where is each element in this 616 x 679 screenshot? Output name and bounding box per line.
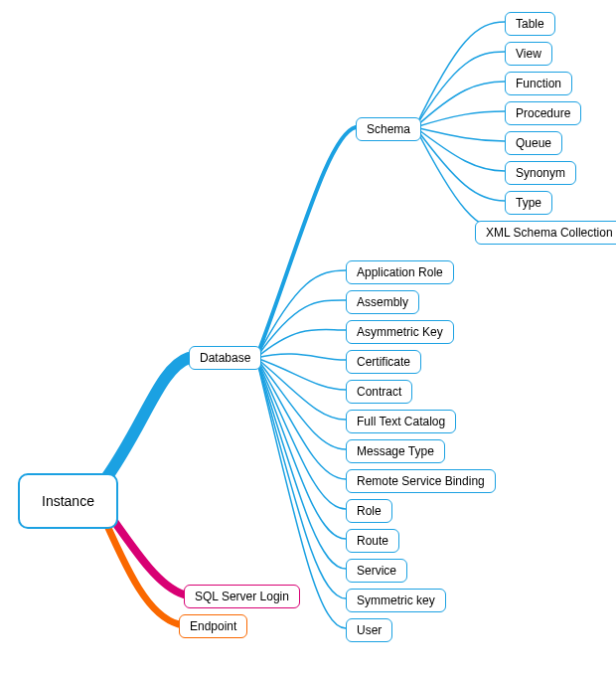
- node-label: Asymmetric Key: [357, 325, 443, 339]
- node-synonym[interactable]: Synonym: [505, 161, 576, 185]
- node-label: Symmetric key: [357, 594, 435, 607]
- node-contract[interactable]: Contract: [346, 380, 412, 404]
- node-table[interactable]: Table: [505, 12, 555, 36]
- node-role[interactable]: Role: [346, 499, 392, 523]
- node-endpoint[interactable]: Endpoint: [179, 614, 247, 638]
- node-xml-schema-collection[interactable]: XML Schema Collection: [475, 221, 616, 245]
- node-label: Procedure: [516, 106, 570, 120]
- node-symmetric-key[interactable]: Symmetric key: [346, 589, 446, 612]
- node-label: Instance: [42, 493, 94, 509]
- node-label: Type: [516, 196, 541, 210]
- node-view[interactable]: View: [505, 42, 552, 66]
- node-sql-server-login[interactable]: SQL Server Login: [184, 585, 300, 608]
- node-message-type[interactable]: Message Type: [346, 439, 445, 463]
- node-certificate[interactable]: Certificate: [346, 350, 421, 374]
- node-label: Message Type: [357, 444, 434, 458]
- node-remote-service-binding[interactable]: Remote Service Binding: [346, 469, 496, 493]
- node-route[interactable]: Route: [346, 529, 399, 553]
- node-full-text-catalog[interactable]: Full Text Catalog: [346, 410, 456, 433]
- node-label: Queue: [516, 136, 551, 150]
- node-label: XML Schema Collection: [486, 226, 613, 240]
- node-label: Application Role: [357, 265, 443, 279]
- node-assembly[interactable]: Assembly: [346, 290, 419, 314]
- node-label: SQL Server Login: [195, 590, 289, 603]
- node-label: Database: [200, 351, 250, 365]
- node-queue[interactable]: Queue: [505, 131, 562, 155]
- node-label: Synonym: [516, 166, 565, 180]
- node-user[interactable]: User: [346, 618, 392, 642]
- node-label: Route: [357, 534, 388, 548]
- node-instance[interactable]: Instance: [18, 473, 118, 529]
- node-procedure[interactable]: Procedure: [505, 101, 581, 125]
- node-label: Service: [357, 564, 396, 578]
- node-label: Contract: [357, 385, 401, 399]
- node-schema[interactable]: Schema: [356, 117, 421, 141]
- node-label: Remote Service Binding: [357, 474, 485, 488]
- node-type[interactable]: Type: [505, 191, 552, 215]
- node-label: Assembly: [357, 295, 408, 309]
- node-service[interactable]: Service: [346, 559, 407, 583]
- node-asymmetric-key[interactable]: Asymmetric Key: [346, 320, 454, 344]
- node-label: Full Text Catalog: [357, 415, 445, 428]
- node-function[interactable]: Function: [505, 72, 572, 95]
- node-label: Function: [516, 77, 561, 90]
- node-database[interactable]: Database: [189, 346, 261, 370]
- node-application-role[interactable]: Application Role: [346, 260, 454, 284]
- node-label: Table: [516, 17, 544, 31]
- node-label: Role: [357, 504, 382, 518]
- node-label: View: [516, 47, 541, 61]
- node-label: Endpoint: [190, 619, 236, 633]
- node-label: Schema: [367, 122, 410, 136]
- node-label: Certificate: [357, 355, 410, 369]
- node-label: User: [357, 623, 382, 637]
